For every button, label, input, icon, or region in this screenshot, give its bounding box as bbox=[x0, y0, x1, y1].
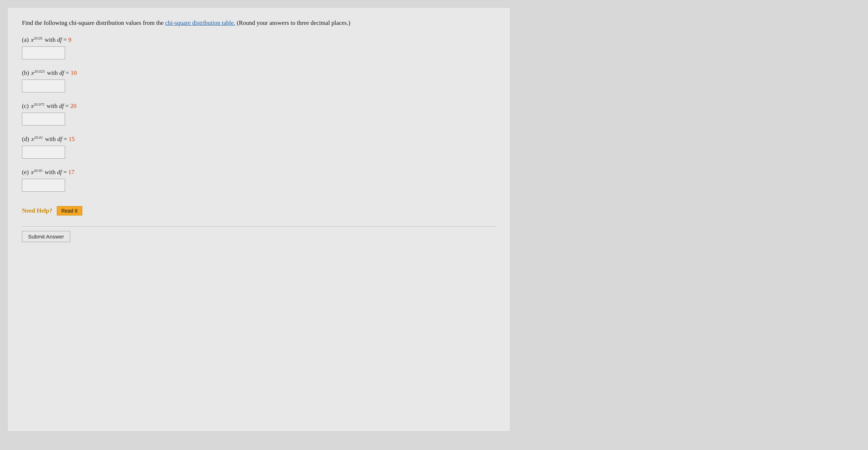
answer-input-d[interactable] bbox=[22, 146, 65, 159]
problem-c: (c) x20.975 with df = 20 bbox=[22, 103, 496, 126]
problem-d-label: (d) x20.01 with df = 15 bbox=[22, 136, 496, 143]
part-letter-d: (d) bbox=[22, 136, 29, 143]
problem-b-label: (b) x20.025 with df = 10 bbox=[22, 69, 496, 77]
with-df-c: with df = 20 bbox=[47, 103, 77, 110]
read-it-button[interactable]: Read It bbox=[57, 206, 82, 215]
problem-c-label: (c) x20.975 with df = 20 bbox=[22, 103, 496, 110]
with-df-e: with df = 17 bbox=[45, 169, 74, 176]
main-container: Find the following chi-square distributi… bbox=[7, 7, 510, 432]
chi-expr-b: x20.025 bbox=[31, 69, 45, 77]
with-df-b: with df = 10 bbox=[47, 69, 77, 77]
need-help-section: Need Help? Read It bbox=[22, 206, 496, 215]
answer-input-e[interactable] bbox=[22, 179, 65, 192]
submit-section: Submit Answer bbox=[22, 226, 496, 242]
problem-a: (a) x20.05 with df = 9 bbox=[22, 36, 496, 59]
need-help-label: Need Help? bbox=[22, 207, 52, 214]
chi-expr-d: x20.01 bbox=[31, 136, 43, 143]
part-letter-c: (c) bbox=[22, 103, 29, 110]
chi-expr-a: x20.05 bbox=[31, 36, 42, 44]
instructions-suffix: (Round your answers to three decimal pla… bbox=[235, 19, 350, 26]
problem-b: (b) x20.025 with df = 10 bbox=[22, 69, 496, 92]
chi-expr-e: x20.95 bbox=[31, 169, 42, 176]
chi-square-table-link[interactable]: chi-square distribution table. bbox=[165, 19, 235, 26]
instructions-text: Find the following chi-square distributi… bbox=[22, 19, 165, 26]
answer-input-b[interactable] bbox=[22, 79, 65, 92]
part-letter-e: (e) bbox=[22, 169, 29, 176]
answer-input-c[interactable] bbox=[22, 113, 65, 126]
part-letter-a: (a) bbox=[22, 36, 29, 44]
instructions: Find the following chi-square distributi… bbox=[22, 18, 496, 28]
with-df-a: with df = 9 bbox=[45, 36, 71, 44]
with-df-d: with df = 15 bbox=[45, 136, 75, 143]
problem-d: (d) x20.01 with df = 15 bbox=[22, 136, 496, 159]
part-letter-b: (b) bbox=[22, 69, 29, 77]
problem-e: (e) x20.95 with df = 17 bbox=[22, 169, 496, 192]
answer-input-a[interactable] bbox=[22, 46, 65, 59]
problem-e-label: (e) x20.95 with df = 17 bbox=[22, 169, 496, 176]
problem-a-label: (a) x20.05 with df = 9 bbox=[22, 36, 496, 44]
chi-expr-c: x20.975 bbox=[31, 103, 45, 110]
submit-button[interactable]: Submit Answer bbox=[22, 231, 70, 242]
